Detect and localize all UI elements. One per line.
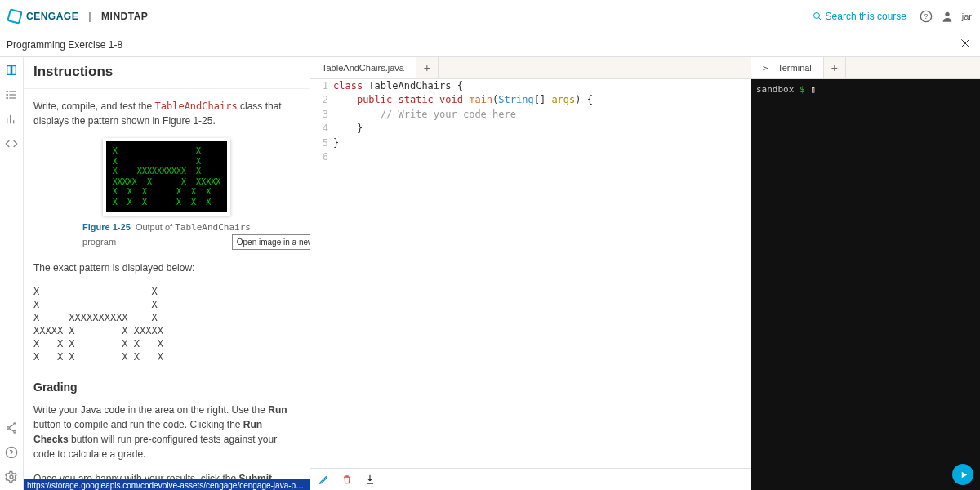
- line-number: 1: [310, 79, 333, 93]
- figure-caption-code: TableAndChairs: [175, 222, 251, 233]
- figure-wrap: X X X X X XXXXXXXXXX X XXXXX X X XXXXX X…: [33, 138, 300, 249]
- rail-chart-icon[interactable]: [5, 113, 18, 126]
- grading1-a: Write your Java code in the area on the …: [33, 404, 268, 416]
- editor-panel: TableAndChairs.java + 1class TableAndCha…: [310, 57, 751, 490]
- terminal-host: sandbox: [756, 84, 794, 95]
- play-icon: [960, 470, 969, 479]
- instructions-title: Instructions: [24, 57, 310, 89]
- rail-share-icon[interactable]: [5, 421, 18, 434]
- line-number: 5: [310, 136, 333, 150]
- user-name: jar: [962, 11, 972, 21]
- svg-point-0: [813, 13, 819, 19]
- search-course-button[interactable]: Search this course: [813, 11, 906, 22]
- brand-separator: |: [88, 11, 91, 22]
- terminal-body[interactable]: sandbox $ ▯: [751, 79, 980, 490]
- svg-line-1: [818, 18, 821, 20]
- intro-pre: Write, compile, and test the: [33, 100, 155, 112]
- open-image-button[interactable]: Open image in a new tab: [232, 234, 310, 250]
- exercise-title: Programming Exercise 1-8: [7, 39, 122, 51]
- grading1-c: button to compile and run the code. Clic…: [33, 419, 243, 430]
- terminal-tab-add[interactable]: +: [824, 57, 846, 78]
- editor-tab-add[interactable]: +: [416, 57, 439, 78]
- cengage-logo-icon: [8, 10, 21, 23]
- figure-caption: Figure 1-25 Output of TableAndChairs pro…: [82, 220, 251, 248]
- line-number: 6: [310, 150, 333, 164]
- main-area: Instructions Write, compile, and test th…: [0, 57, 980, 490]
- svg-point-4: [945, 12, 949, 16]
- download-icon[interactable]: [364, 474, 376, 488]
- code-line: 6: [310, 150, 751, 164]
- svg-point-18: [14, 430, 16, 433]
- grading-para-1: Write your Java code in the area on the …: [33, 403, 300, 461]
- figure-caption-pre: Output of: [136, 222, 175, 232]
- top-bar: CENGAGE | MINDTAP Search this course ? j…: [0, 0, 980, 33]
- code-line: 1class TableAndChairs {: [310, 79, 751, 93]
- instructions-panel: Instructions Write, compile, and test th…: [24, 57, 310, 490]
- terminal-tab[interactable]: >_ Terminal: [751, 57, 824, 78]
- svg-point-23: [10, 475, 13, 479]
- search-label: Search this course: [826, 11, 906, 22]
- terminal-prompt-icon: >_: [763, 63, 773, 74]
- top-right-icons: ? jar: [920, 10, 972, 23]
- figure-output: X X X X X XXXXXXXXXX X XXXXX X X XXXXX X…: [106, 141, 227, 212]
- status-bar-link: https://storage.googleapis.com/codevolve…: [24, 479, 310, 490]
- line-number: 2: [310, 93, 333, 107]
- editor-tab-active[interactable]: TableAndChairs.java: [310, 57, 416, 78]
- code-editor[interactable]: 1class TableAndChairs {2 public static v…: [310, 79, 751, 468]
- terminal-panel: >_ Terminal + sandbox $ ▯: [751, 57, 980, 490]
- svg-point-21: [6, 447, 16, 457]
- brand-subname: MINDTAP: [101, 11, 148, 22]
- pattern-label: The exact pattern is displayed below:: [33, 261, 300, 275]
- close-icon: [959, 37, 972, 50]
- svg-point-17: [7, 427, 10, 430]
- editor-toolbar: [310, 468, 751, 490]
- code-line: 4 }: [310, 122, 751, 136]
- code-text: }: [333, 122, 363, 136]
- terminal-tabs: >_ Terminal +: [751, 57, 980, 79]
- intro-paragraph: Write, compile, and test the TableAndCha…: [33, 99, 300, 128]
- trash-icon[interactable]: [341, 474, 353, 488]
- line-number: 3: [310, 108, 333, 122]
- rail-code-icon[interactable]: [5, 137, 18, 150]
- help-icon[interactable]: ?: [920, 10, 933, 23]
- svg-point-11: [7, 94, 7, 95]
- code-text: // Write your code here: [333, 108, 516, 122]
- edit-icon[interactable]: [318, 474, 330, 488]
- figure-caption-post: program: [82, 237, 116, 247]
- pattern-text: X X X X X XXXXXXXXXX X XXXXX X X XXXXX X…: [33, 285, 300, 364]
- terminal-cursor: ▯: [810, 84, 816, 95]
- code-line: 3 // Write your code here: [310, 108, 751, 122]
- svg-point-16: [14, 423, 16, 425]
- grading-heading: Grading: [33, 379, 300, 396]
- rail-help-icon[interactable]: [5, 446, 18, 459]
- code-text: class TableAndChairs {: [333, 79, 463, 93]
- rail-list-icon[interactable]: [5, 88, 18, 101]
- svg-point-10: [7, 91, 7, 91]
- code-line: 2 public static void main(String[] args)…: [310, 93, 751, 107]
- figure-number: Figure 1-25: [82, 222, 131, 232]
- code-text: }: [333, 136, 339, 150]
- grading1-b: Run: [268, 404, 287, 416]
- rail-gear-icon[interactable]: [5, 470, 18, 483]
- brand: CENGAGE | MINDTAP: [8, 10, 148, 23]
- instructions-body: Write, compile, and test the TableAndCha…: [24, 89, 310, 490]
- rail-instructions-icon[interactable]: [5, 64, 18, 77]
- line-number: 4: [310, 122, 333, 136]
- svg-marker-24: [961, 471, 966, 477]
- svg-point-12: [7, 97, 7, 98]
- grading1-e: button will run pre-configured tests aga…: [33, 434, 277, 460]
- terminal-dollar: $: [800, 84, 805, 95]
- code-text: public static void main(String[] args) {: [333, 93, 593, 107]
- search-icon: [813, 11, 822, 21]
- svg-text:?: ?: [924, 12, 928, 20]
- code-line: 5}: [310, 136, 751, 150]
- svg-line-19: [9, 425, 13, 427]
- terminal-tab-label: Terminal: [777, 63, 812, 73]
- user-icon[interactable]: [941, 10, 954, 23]
- figure-box[interactable]: X X X X X XXXXXXXXXX X XXXXX X X XXXXX X…: [103, 138, 230, 216]
- intro-classname: TableAndChairs: [155, 100, 238, 112]
- editor-tabs: TableAndChairs.java +: [310, 57, 751, 79]
- brand-name: CENGAGE: [26, 11, 78, 22]
- close-button[interactable]: [959, 37, 972, 52]
- run-button[interactable]: [952, 464, 973, 485]
